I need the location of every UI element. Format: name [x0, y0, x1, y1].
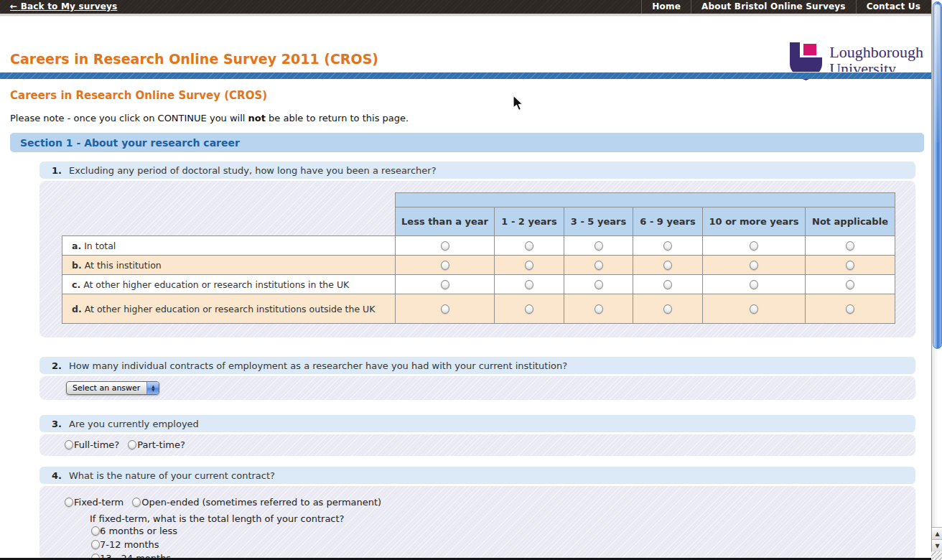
radio-cell: [564, 236, 633, 256]
nav-contact-us[interactable]: Contact Us: [856, 0, 931, 14]
radio-cell: [396, 256, 495, 275]
mouse-cursor-icon: [513, 95, 524, 112]
table-row: a. In total: [62, 236, 895, 256]
radio-button[interactable]: [441, 280, 449, 289]
radio-button[interactable]: [846, 304, 854, 314]
question-4-body: Fixed-termOpen-ended (sometimes referred…: [39, 486, 915, 560]
radio-cell: [396, 294, 495, 324]
question-4-header: 4. What is the nature of your current co…: [39, 467, 915, 484]
radio-button[interactable]: [594, 261, 603, 270]
contracts-select[interactable]: Select an answer ▲▼: [66, 381, 159, 395]
radio-button[interactable]: [663, 280, 672, 289]
continue-warning-note: Please note - once you click on CONTINUE…: [10, 113, 409, 123]
option-label: 7-12 months: [100, 539, 159, 550]
radio-button[interactable]: [441, 241, 449, 251]
radio-button[interactable]: [750, 280, 758, 289]
radio-button[interactable]: [525, 304, 533, 314]
survey-title: Careers in Research Online Survey 2011 (…: [10, 51, 378, 67]
radio-button[interactable]: [525, 241, 533, 251]
table-row: c. At other higher education or research…: [62, 275, 895, 294]
radio-cell: [564, 275, 633, 294]
question-text: Excluding any period of doctoral study, …: [69, 165, 437, 176]
question-1-header: 1. Excluding any period of doctoral stud…: [39, 162, 915, 179]
nav-home[interactable]: Home: [641, 0, 691, 14]
window-resize-handle[interactable]: [931, 551, 942, 560]
question-text: What is the nature of your current contr…: [69, 470, 275, 481]
option-label: Part-time?: [137, 439, 185, 450]
section-1-header: Section 1 - About your research career: [10, 133, 924, 152]
scrollbar-thumb[interactable]: [933, 1, 942, 349]
q3-options: Full-time?Part-time?: [65, 439, 194, 450]
column-header: 10 or more years: [703, 207, 806, 236]
radio-button[interactable]: [750, 304, 758, 314]
grid-header-spacer: [396, 193, 895, 207]
nav-about-bos[interactable]: About Bristol Online Surveys: [691, 0, 856, 14]
radio-button[interactable]: [846, 241, 854, 251]
scrollbar-buttons: ▲ ▼: [932, 527, 942, 551]
radio-button[interactable]: [525, 280, 533, 289]
column-header: Less than a year: [396, 207, 495, 236]
top-bar: ← Back to My surveys Home About Bristol …: [0, 0, 942, 14]
radio-cell: [633, 256, 703, 275]
table-row: d. At other higher education or research…: [62, 294, 895, 324]
option-label: 6 months or less: [100, 526, 177, 536]
q4-sub-option: 7-12 months: [91, 539, 159, 550]
back-link-label: Back to My surveys: [21, 1, 118, 11]
radio-button[interactable]: [65, 498, 73, 507]
radio-button[interactable]: [750, 241, 758, 251]
radio-button[interactable]: [441, 304, 449, 314]
option-label: Open-ended (sometimes referred to as per…: [141, 497, 381, 508]
radio-button[interactable]: [663, 261, 672, 270]
radio-button[interactable]: [525, 261, 533, 270]
radio-cell: [806, 275, 895, 294]
question-2-body: Select an answer ▲▼: [39, 376, 915, 400]
radio-button[interactable]: [594, 280, 603, 289]
radio-button[interactable]: [594, 241, 603, 251]
radio-button[interactable]: [128, 440, 136, 449]
radio-button[interactable]: [750, 261, 758, 270]
radio-button[interactable]: [663, 241, 672, 251]
question-text: How many individual contracts of employm…: [69, 360, 567, 371]
radio-cell: [495, 256, 564, 275]
radio-button[interactable]: [441, 261, 449, 270]
radio-cell: [396, 236, 495, 256]
question-number: 4.: [52, 470, 62, 481]
radio-cell: [495, 236, 564, 256]
scroll-down-icon: ▼: [935, 543, 939, 549]
grid-header-strip: [62, 193, 895, 207]
question-text: Are you currently employed: [69, 419, 199, 429]
radio-cell: [564, 294, 633, 324]
select-value: Select an answer: [67, 382, 146, 394]
radio-button[interactable]: [91, 526, 100, 536]
option-label: Full-time?: [74, 439, 119, 450]
question-1-body: Less than a year 1 - 2 years 3 - 5 years…: [39, 181, 915, 337]
scroll-up-button[interactable]: ▲: [932, 527, 942, 539]
radio-cell: [703, 294, 806, 324]
radio-cell: [633, 294, 703, 324]
radio-button[interactable]: [663, 304, 672, 314]
vertical-scrollbar[interactable]: ▲ ▼: [931, 0, 942, 560]
scroll-down-button[interactable]: ▼: [932, 539, 942, 551]
page-header: Careers in Research Online Survey 2011 (…: [0, 17, 942, 72]
radio-button[interactable]: [132, 498, 141, 507]
column-header: 6 - 9 years: [633, 207, 703, 236]
radio-button[interactable]: [65, 440, 73, 449]
radio-cell: [396, 275, 495, 294]
radio-cell: [806, 256, 895, 275]
radio-button[interactable]: [846, 280, 854, 289]
option-label: Fixed-term: [74, 497, 123, 508]
scroll-up-icon: ▲: [935, 531, 939, 537]
radio-cell: [633, 275, 703, 294]
grid-column-headers: Less than a year 1 - 2 years 3 - 5 years…: [62, 207, 895, 236]
question-number: 2.: [52, 360, 62, 371]
question-3-header: 3. Are you currently employed: [39, 415, 915, 432]
back-arrow-icon: ←: [10, 1, 17, 11]
radio-button[interactable]: [846, 261, 854, 270]
radio-cell: [806, 294, 895, 324]
back-to-surveys-link[interactable]: ← Back to My surveys: [10, 1, 117, 11]
radio-button[interactable]: [594, 304, 603, 314]
question-number: 3.: [52, 419, 62, 429]
radio-button[interactable]: [91, 540, 100, 549]
q4-sub-question: If fixed-term, what is the total length …: [90, 513, 345, 524]
radio-cell: [703, 256, 806, 275]
